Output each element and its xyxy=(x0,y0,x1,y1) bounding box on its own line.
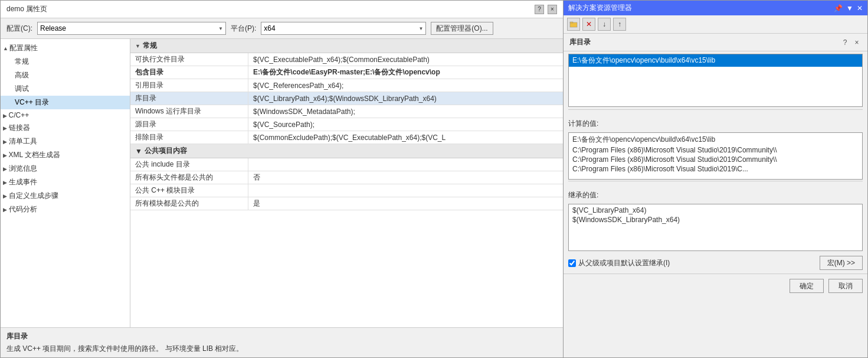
platform-select[interactable]: x64 ▼ xyxy=(261,22,426,35)
lib-list-item-0[interactable]: E:\备份文件\opencv\opencv\build\x64\vc15\lib xyxy=(569,54,862,67)
tree-item-linker[interactable]: 链接器 xyxy=(1,121,130,135)
lib-question-btn[interactable]: ? xyxy=(840,38,850,47)
title-controls: ? × xyxy=(535,5,557,14)
section2-header: ▼ 公共项目内容 xyxy=(130,144,563,158)
calc-row-0: E:\备份文件\opencv\opencv\build\x64\vc15\lib xyxy=(571,134,860,145)
dialog-title-bar: demo 属性页 ? × xyxy=(1,1,563,18)
solution-explorer-title: 解决方案资源管理器 xyxy=(568,3,632,13)
calc-hscrollbar[interactable] xyxy=(568,181,863,188)
macro-button[interactable]: 宏(M) >> xyxy=(820,256,863,270)
prop-name-public-modules: 公共 C++ 模块目录 xyxy=(130,184,248,197)
tree-item-build-events[interactable]: 生成事件 xyxy=(1,175,130,189)
tree-item-xml[interactable]: XML 文档生成器 xyxy=(1,148,130,162)
lib-title-controls: ? × xyxy=(840,38,862,47)
toolbar-delete-btn[interactable]: ✕ xyxy=(582,18,595,31)
lib-list-hscrollbar[interactable] xyxy=(568,109,863,116)
calc-area: E:\备份文件\opencv\opencv\build\x64\vc15\lib… xyxy=(568,132,863,180)
tree-root[interactable]: 配置属性 xyxy=(1,41,130,55)
config-value: Release xyxy=(40,24,66,32)
platform-label: 平台(P): xyxy=(231,24,256,34)
collapse-icon[interactable]: ▼ xyxy=(135,43,140,49)
prop-name-reference: 引用目录 xyxy=(130,79,248,92)
calc-label: 计算的值: xyxy=(564,116,867,131)
lib-close-btn[interactable]: × xyxy=(852,38,862,47)
dialog-title: demo 属性页 xyxy=(6,4,47,14)
config-manager-button[interactable]: 配置管理器(O)... xyxy=(431,22,493,35)
solution-close-icon[interactable]: ▼ xyxy=(846,4,853,12)
properties-dialog: demo 属性页 ? × 配置(C): Release ▼ 平台(P): x64… xyxy=(0,0,564,358)
config-bar: 配置(C): Release ▼ 平台(P): x64 ▼ 配置管理器(O)..… xyxy=(1,18,563,39)
prop-name-source: 源目录 xyxy=(130,118,248,131)
prop-name-winrt: Windows 运行库目录 xyxy=(130,105,248,118)
prop-row-winrt: Windows 运行库目录 $(WindowsSDK_MetadataPath)… xyxy=(130,105,563,118)
tree-item-custom-build[interactable]: 自定义生成步骤 xyxy=(1,189,130,203)
tree-item-debug[interactable]: 调试 xyxy=(1,82,130,96)
inherit-label: 继承的值: xyxy=(564,188,867,203)
prop-row-public-include: 公共 include 目录 xyxy=(130,158,563,171)
prop-value-source[interactable]: $(VC_SourcePath); xyxy=(248,118,563,131)
inherit-row-0: $(VC_LibraryPath_x64) xyxy=(571,206,860,215)
tree-item-browse[interactable]: 浏览信息 xyxy=(1,162,130,175)
prop-row-source: 源目录 $(VC_SourcePath); xyxy=(130,118,563,131)
properties-panel: ▼ 常规 可执行文件目录 $(VC_ExecutablePath_x64);$(… xyxy=(130,39,563,327)
prop-value-all-headers-public[interactable]: 否 xyxy=(248,171,563,184)
collapse2-icon[interactable]: ▼ xyxy=(135,147,142,155)
prop-name-exclude: 排除目录 xyxy=(130,131,248,144)
prop-name-all-modules-public: 所有模块都是公共的 xyxy=(130,197,248,210)
prop-row-reference: 引用目录 $(VC_ReferencesPath_x64); xyxy=(130,79,563,92)
prop-value-exclude[interactable]: $(CommonExcludePath);$(VC_ExecutablePath… xyxy=(248,131,563,144)
config-select[interactable]: Release ▼ xyxy=(37,22,226,35)
tree-item-code-analysis[interactable]: 代码分析 xyxy=(1,203,130,216)
inherit-area: $(VC_LibraryPath_x64) $(WindowsSDK_Libra… xyxy=(568,204,863,251)
inherit-checkbox-label: 从父级或项目默认设置继承(I) xyxy=(578,258,670,268)
toolbar-folder-btn[interactable] xyxy=(567,18,580,31)
lib-dialog: 库目录 ? × E:\备份文件\opencv\opencv\build\x64\… xyxy=(564,34,867,357)
toolbar-down-btn[interactable]: ↓ xyxy=(598,18,611,31)
inherit-checkbox[interactable] xyxy=(568,259,576,267)
config-label: 配置(C): xyxy=(6,24,32,34)
solution-x-icon[interactable]: ✕ xyxy=(857,4,863,12)
prop-value-public-include[interactable] xyxy=(248,158,563,171)
platform-value: x64 xyxy=(264,24,275,32)
prop-value-executable[interactable]: $(VC_ExecutablePath_x64);$(CommonExecuta… xyxy=(248,53,563,66)
lib-title-bar: 库目录 ? × xyxy=(564,34,867,51)
tree-item-advanced[interactable]: 高级 xyxy=(1,69,130,82)
calc-row-2: C:\Program Files (x86)\Microsoft Visual … xyxy=(571,155,860,164)
prop-value-all-modules-public[interactable]: 是 xyxy=(248,197,563,210)
prop-row-all-modules-public: 所有模块都是公共的 是 xyxy=(130,197,563,210)
lib-list-area: E:\备份文件\opencv\opencv\build\x64\vc15\lib xyxy=(568,54,863,107)
tree-item-cpp[interactable]: C/C++ xyxy=(1,109,130,121)
svg-rect-1 xyxy=(570,22,573,23)
config-arrow-icon: ▼ xyxy=(218,26,223,31)
prop-value-include[interactable]: E:\备份文件\code\EasyPR-master;E:\备份文件\openc… xyxy=(248,66,563,79)
tree-item-general[interactable]: 常规 xyxy=(1,55,130,69)
question-btn[interactable]: ? xyxy=(535,5,544,14)
prop-row-all-headers-public: 所有标头文件都是公共的 否 xyxy=(130,171,563,184)
close-btn[interactable]: × xyxy=(548,5,557,14)
calc-row-1: C:\Program Files (x86)\Microsoft Visual … xyxy=(571,145,860,155)
checkbox-row: 从父级或项目默认设置继承(I) 宏(M) >> xyxy=(564,252,867,274)
prop-value-winrt[interactable]: $(WindowsSDK_MetadataPath); xyxy=(248,105,563,118)
prop-value-reference[interactable]: $(VC_ReferencesPath_x64); xyxy=(248,79,563,92)
description-text: 生成 VC++ 项目期间，搜索库文件时使用的路径。 与环境变量 LIB 相对应。 xyxy=(6,344,557,354)
lib-title: 库目录 xyxy=(569,37,591,47)
prop-value-library[interactable]: $(VC_LibraryPath_x64);$(WindowsSDK_Libra… xyxy=(248,92,563,105)
tree-item-manifest[interactable]: 清单工具 xyxy=(1,135,130,148)
solution-explorer-bar: 解决方案资源管理器 📌 ▼ ✕ xyxy=(564,1,867,15)
prop-row-include: 包含目录 E:\备份文件\code\EasyPR-master;E:\备份文件\… xyxy=(130,66,563,79)
prop-value-public-modules[interactable] xyxy=(248,184,563,197)
prop-row-library: 库目录 $(VC_LibraryPath_x64);$(WindowsSDK_L… xyxy=(130,92,563,105)
pin-icon[interactable]: 📌 xyxy=(834,4,843,12)
prop-row-executable: 可执行文件目录 $(VC_ExecutablePath_x64);$(Commo… xyxy=(130,53,563,66)
platform-arrow-icon: ▼ xyxy=(418,26,423,31)
cancel-button[interactable]: 取消 xyxy=(828,279,863,293)
prop-name-executable: 可执行文件目录 xyxy=(130,53,248,66)
tree-item-vc-dirs[interactable]: VC++ 目录 xyxy=(1,96,130,109)
ok-button[interactable]: 确定 xyxy=(790,279,824,293)
prop-row-public-modules: 公共 C++ 模块目录 xyxy=(130,184,563,197)
solution-explorer-controls: 📌 ▼ ✕ xyxy=(834,4,863,12)
description-title: 库目录 xyxy=(6,331,557,341)
bottom-buttons: 确定 取消 xyxy=(564,274,867,298)
main-content: 配置属性 常规 高级 调试 VC++ 目录 C/C++ 链接器 清单工具 xyxy=(1,39,563,327)
toolbar-up-btn[interactable]: ↑ xyxy=(613,18,626,31)
